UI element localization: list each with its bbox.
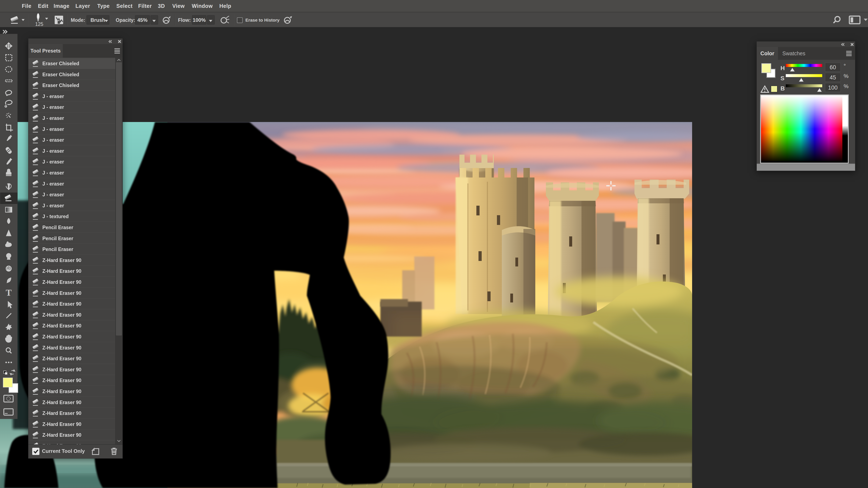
svg-text:125: 125 <box>35 22 43 27</box>
svg-text:T: T <box>6 288 12 298</box>
